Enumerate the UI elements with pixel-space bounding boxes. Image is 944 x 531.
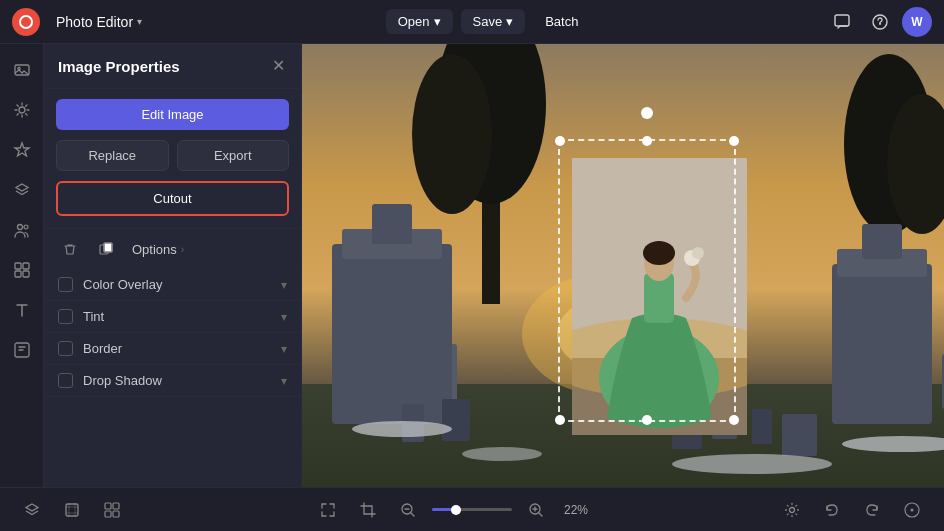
more-icon-button[interactable] xyxy=(896,494,928,526)
svg-rect-33 xyxy=(832,264,932,424)
sidebar-item-sticker[interactable] xyxy=(4,332,40,368)
svg-point-47 xyxy=(462,447,542,461)
sidebar-item-adjustments[interactable] xyxy=(4,92,40,128)
svg-point-6 xyxy=(24,225,28,229)
effect-row-drop-shadow[interactable]: Drop Shadow ▾ xyxy=(44,365,301,397)
cutout-button[interactable]: Cutout xyxy=(56,181,289,216)
svg-rect-0 xyxy=(835,15,849,26)
options-row: Options › xyxy=(44,228,301,269)
options-button[interactable]: Options › xyxy=(132,242,184,257)
sidebar-item-grid[interactable] xyxy=(4,252,40,288)
app-title-chevron: ▾ xyxy=(137,16,142,27)
logo-icon xyxy=(19,15,33,29)
replace-export-row: Replace Export xyxy=(44,140,301,181)
duplicate-icon-button[interactable] xyxy=(92,235,120,263)
grid-icon-button[interactable] xyxy=(96,494,128,526)
sidebar-item-image[interactable] xyxy=(4,52,40,88)
effect-expand-2[interactable]: ▾ xyxy=(281,342,287,356)
effect-row-tint[interactable]: Tint ▾ xyxy=(44,301,301,333)
panel-header: Image Properties ✕ xyxy=(44,44,301,89)
replace-button[interactable]: Replace xyxy=(56,140,169,171)
open-label: Open xyxy=(398,14,430,29)
panel-close-button[interactable]: ✕ xyxy=(270,56,287,76)
export-button[interactable]: Export xyxy=(177,140,290,171)
edit-image-button[interactable]: Edit Image xyxy=(56,99,289,130)
effect-label-3: Drop Shadow xyxy=(83,373,281,388)
zoom-out-button[interactable] xyxy=(392,494,424,526)
settings-icon-button[interactable] xyxy=(776,494,808,526)
save-label: Save xyxy=(473,14,503,29)
svg-rect-61 xyxy=(113,511,119,517)
svg-point-56 xyxy=(692,247,704,259)
canvas-area[interactable] xyxy=(302,44,944,487)
svg-rect-58 xyxy=(105,503,111,509)
svg-rect-30 xyxy=(332,244,452,424)
app-title: Photo Editor xyxy=(56,14,133,30)
effect-checkbox-1[interactable] xyxy=(58,309,73,324)
topbar: Photo Editor ▾ Open ▾ Save ▾ Batch xyxy=(0,0,944,44)
svg-rect-7 xyxy=(15,263,21,269)
svg-point-65 xyxy=(911,508,914,511)
effects-list: Color Overlay ▾ Tint ▾ Border ▾ Drop Sha… xyxy=(44,269,301,397)
main-area: Image Properties ✕ Edit Image Replace Ex… xyxy=(0,44,944,487)
svg-rect-13 xyxy=(104,243,112,252)
open-button[interactable]: Open ▾ xyxy=(386,9,453,34)
sidebar-item-people[interactable] xyxy=(4,212,40,248)
open-chevron: ▾ xyxy=(434,14,441,29)
svg-point-64 xyxy=(790,507,795,512)
svg-point-22 xyxy=(412,54,492,214)
svg-rect-9 xyxy=(15,271,21,277)
svg-rect-60 xyxy=(105,511,111,517)
svg-point-5 xyxy=(17,225,22,230)
effect-checkbox-3[interactable] xyxy=(58,373,73,388)
redo-button[interactable] xyxy=(856,494,888,526)
svg-point-3 xyxy=(17,67,19,69)
batch-button[interactable]: Batch xyxy=(533,9,590,34)
svg-rect-42 xyxy=(442,399,470,441)
app-title-button[interactable]: Photo Editor ▾ xyxy=(48,10,150,34)
svg-rect-40 xyxy=(752,409,772,444)
options-label: Options xyxy=(132,242,177,257)
svg-rect-35 xyxy=(862,224,902,259)
effect-expand-0[interactable]: ▾ xyxy=(281,278,287,292)
sidebar-item-layers[interactable] xyxy=(4,172,40,208)
panel-title: Image Properties xyxy=(58,58,180,75)
image-properties-panel: Image Properties ✕ Edit Image Replace Ex… xyxy=(44,44,302,487)
effect-expand-3[interactable]: ▾ xyxy=(281,374,287,388)
layers-icon-button[interactable] xyxy=(16,494,48,526)
effect-row-color-overlay[interactable]: Color Overlay ▾ xyxy=(44,269,301,301)
zoom-slider-container xyxy=(432,508,512,511)
svg-point-45 xyxy=(672,454,832,474)
topbar-right: W xyxy=(826,6,932,38)
undo-button[interactable] xyxy=(816,494,848,526)
zoom-slider[interactable] xyxy=(432,508,512,511)
cutout-image xyxy=(572,158,747,435)
help-icon-button[interactable] xyxy=(864,6,896,38)
svg-rect-41 xyxy=(782,414,817,456)
effect-row-border[interactable]: Border ▾ xyxy=(44,333,301,365)
delete-icon-button[interactable] xyxy=(56,235,84,263)
effect-checkbox-0[interactable] xyxy=(58,277,73,292)
bottom-toolbar: 22% xyxy=(0,487,944,531)
frame-icon-button[interactable] xyxy=(56,494,88,526)
effect-label-2: Border xyxy=(83,341,281,356)
save-button[interactable]: Save ▾ xyxy=(461,9,526,34)
svg-rect-32 xyxy=(372,204,412,244)
sidebar-item-effects[interactable] xyxy=(4,132,40,168)
user-avatar[interactable]: W xyxy=(902,7,932,37)
svg-rect-57 xyxy=(66,504,78,516)
effect-checkbox-2[interactable] xyxy=(58,341,73,356)
svg-rect-59 xyxy=(113,503,119,509)
logo-button[interactable] xyxy=(12,8,40,36)
avatar-letter: W xyxy=(911,15,922,29)
effect-expand-1[interactable]: ▾ xyxy=(281,310,287,324)
left-sidebar xyxy=(0,44,44,487)
sidebar-item-text[interactable] xyxy=(4,292,40,328)
svg-point-44 xyxy=(352,421,452,437)
chat-icon-button[interactable] xyxy=(826,6,858,38)
zoom-in-button[interactable] xyxy=(520,494,552,526)
fit-icon-button[interactable] xyxy=(312,494,344,526)
crop-icon-button[interactable] xyxy=(352,494,384,526)
svg-rect-10 xyxy=(23,271,29,277)
svg-point-54 xyxy=(643,241,675,265)
